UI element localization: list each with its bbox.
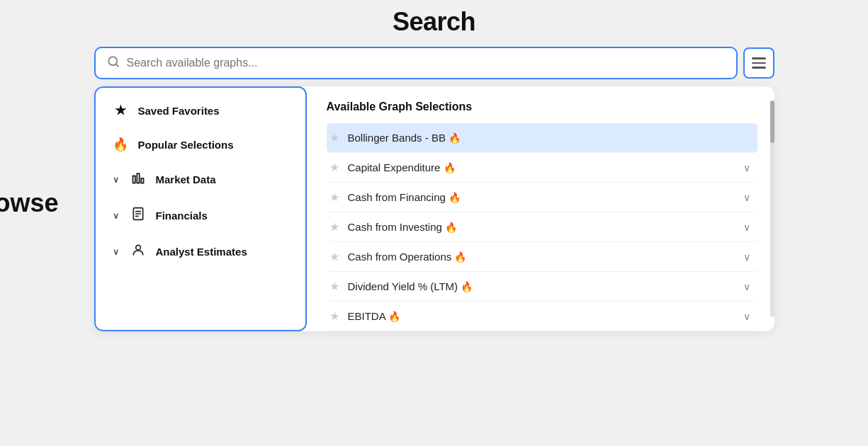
chevron-down-icon: ∨ bbox=[743, 281, 750, 292]
svg-rect-2 bbox=[133, 176, 135, 183]
flame-icon: 🔥 bbox=[461, 281, 473, 292]
svg-rect-3 bbox=[137, 173, 139, 183]
flame-icon: 🔥 bbox=[113, 137, 128, 152]
left-panel: ★Saved Favorites🔥Popular Selections∨ Mar… bbox=[94, 86, 307, 331]
graph-item-ebitda[interactable]: ★ EBITDA 🔥 ∨ bbox=[327, 302, 757, 331]
graph-item-cash-from-investing[interactable]: ★ Cash from Investing 🔥 ∨ bbox=[327, 212, 757, 242]
menu-button[interactable] bbox=[743, 47, 774, 79]
item-label: Financials bbox=[156, 210, 208, 222]
chevron-down-icon: ∨ bbox=[743, 162, 750, 173]
left-panel-item-saved-favorites[interactable]: ★Saved Favorites bbox=[96, 93, 305, 127]
graph-name: Capital Expenditure 🔥 bbox=[348, 161, 738, 173]
right-panel-title: Available Graph Selections bbox=[327, 101, 757, 113]
page-title: Search bbox=[393, 7, 475, 37]
chevron-down-icon: ∨ bbox=[743, 251, 750, 263]
flame-icon: 🔥 bbox=[454, 251, 466, 263]
flame-icon: 🔥 bbox=[444, 162, 456, 173]
graph-name: Dividend Yield % (LTM) 🔥 bbox=[348, 280, 738, 292]
star-icon[interactable]: ★ bbox=[329, 280, 339, 293]
star-icon[interactable]: ★ bbox=[329, 131, 339, 144]
star-icon[interactable]: ★ bbox=[329, 190, 339, 204]
browse-label: Browse bbox=[0, 188, 59, 218]
search-input[interactable] bbox=[127, 57, 725, 69]
star-icon: ★ bbox=[113, 103, 128, 118]
left-panel-item-financials[interactable]: ∨ Financials bbox=[96, 198, 305, 234]
person-icon bbox=[130, 243, 146, 261]
item-label: Analyst Estimates bbox=[156, 246, 247, 258]
menu-line-1 bbox=[752, 57, 766, 59]
right-panel: Available Graph Selections ★ Bollinger B… bbox=[307, 86, 774, 331]
graph-name: Cash from Financing 🔥 bbox=[348, 191, 738, 203]
graph-item-cash-from-financing[interactable]: ★ Cash from Financing 🔥 ∨ bbox=[327, 183, 757, 212]
item-label: Popular Selections bbox=[138, 139, 234, 151]
graph-name: Cash from Operations 🔥 bbox=[348, 251, 738, 263]
search-input-wrapper bbox=[94, 47, 738, 79]
svg-line-1 bbox=[115, 64, 118, 66]
graph-item-bollinger-bands[interactable]: ★ Bollinger Bands - BB 🔥 bbox=[327, 123, 757, 153]
chevron-down-icon: ∨ bbox=[743, 192, 750, 203]
menu-line-3 bbox=[752, 67, 766, 69]
left-panel-item-market-data[interactable]: ∨ Market Data bbox=[96, 161, 305, 198]
graph-name: Cash from Investing 🔥 bbox=[348, 221, 738, 233]
left-panel-item-popular-selections[interactable]: 🔥Popular Selections bbox=[96, 127, 305, 161]
star-icon[interactable]: ★ bbox=[329, 309, 339, 323]
chevron-icon: ∨ bbox=[113, 175, 119, 185]
item-label: Market Data bbox=[156, 173, 216, 185]
chart-icon bbox=[130, 171, 146, 188]
left-panel-item-analyst-estimates[interactable]: ∨ Analyst Estimates bbox=[96, 234, 305, 270]
graph-name: EBITDA 🔥 bbox=[348, 310, 738, 322]
graph-item-dividend-yield[interactable]: ★ Dividend Yield % (LTM) 🔥 ∨ bbox=[327, 272, 757, 302]
svg-point-9 bbox=[135, 245, 140, 250]
svg-rect-4 bbox=[141, 178, 143, 183]
graph-name: Bollinger Bands - BB 🔥 bbox=[348, 132, 750, 144]
menu-line-2 bbox=[752, 62, 766, 64]
search-icon bbox=[107, 55, 120, 71]
scrollbar[interactable] bbox=[770, 101, 774, 317]
financials-icon bbox=[130, 207, 146, 224]
star-icon[interactable]: ★ bbox=[329, 161, 339, 174]
graph-item-capital-expenditure[interactable]: ★ Capital Expenditure 🔥 ∨ bbox=[327, 153, 757, 183]
chevron-icon: ∨ bbox=[113, 211, 119, 221]
star-icon[interactable]: ★ bbox=[329, 220, 339, 234]
scroll-thumb[interactable] bbox=[770, 101, 774, 143]
flame-icon: 🔥 bbox=[449, 192, 461, 203]
chevron-icon: ∨ bbox=[113, 247, 119, 257]
chevron-down-icon: ∨ bbox=[743, 222, 750, 233]
star-icon[interactable]: ★ bbox=[329, 250, 339, 263]
item-label: Saved Favorites bbox=[138, 105, 220, 117]
flame-icon: 🔥 bbox=[449, 132, 461, 144]
chevron-down-icon: ∨ bbox=[743, 311, 750, 322]
graph-item-cash-from-operations[interactable]: ★ Cash from Operations 🔥 ∨ bbox=[327, 242, 757, 272]
flame-icon: 🔥 bbox=[388, 311, 400, 322]
flame-icon: 🔥 bbox=[445, 222, 457, 233]
